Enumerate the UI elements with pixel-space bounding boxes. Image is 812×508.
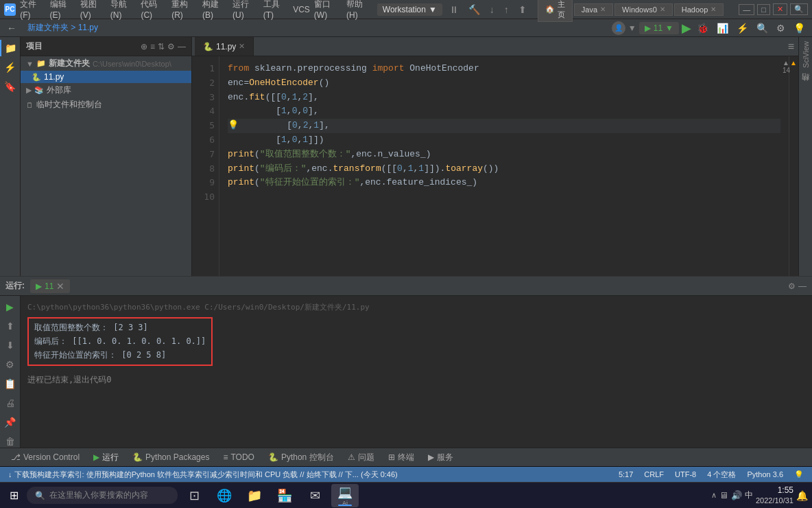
menu-code[interactable]: 代码(C) <box>141 0 167 20</box>
sciview-panel-button[interactable]: SciView <box>800 40 811 69</box>
tab-python-console[interactable]: 🐍 Python 控制台 <box>263 450 339 465</box>
tab-windows0[interactable]: Windows0 ✕ <box>614 3 673 16</box>
tree-item-scratches[interactable]: 🗒 临时文件和控制台 <box>21 97 191 112</box>
pause-icon[interactable]: ⏸ <box>446 3 462 16</box>
menu-view[interactable]: 视图(V) <box>80 0 106 20</box>
run-pin-button[interactable]: 📌 <box>1 414 19 430</box>
tab-version-control[interactable]: ⎇ Version Control <box>5 451 85 463</box>
run-copy-button[interactable]: 📋 <box>1 376 19 392</box>
tray-ime-label[interactable]: 中 <box>745 489 753 501</box>
menu-window[interactable]: 窗口(W) <box>314 0 342 20</box>
tray-network-icon[interactable]: 🖥 <box>719 490 728 500</box>
sidebar-bookmarks-icon[interactable]: 🔖 <box>0 78 20 95</box>
tab-services[interactable]: ▶ 服务 <box>422 450 459 465</box>
run-up-button[interactable]: ⬆ <box>3 318 17 334</box>
breadcrumb-folder[interactable]: 新建文件夹 > 11.py <box>27 23 98 32</box>
tab-problems[interactable]: ⚠ 问题 <box>342 450 380 465</box>
build-icon[interactable]: 🔨 <box>466 3 483 16</box>
close-button[interactable]: ✕ <box>773 3 787 15</box>
search-everywhere-icon[interactable]: 🔍 <box>754 21 771 35</box>
scrollbar[interactable]: ▲ ▲ 14 <box>789 56 798 276</box>
menu-help[interactable]: 帮助(H) <box>346 0 373 20</box>
tree-item-external-libs[interactable]: ▶ 📚 外部库 <box>21 83 191 97</box>
run-button[interactable]: ▶ <box>682 21 691 36</box>
search-button[interactable]: 🔍 <box>790 3 808 15</box>
status-ai-icon[interactable]: 💡 <box>791 470 807 479</box>
tray-expand-icon[interactable]: ∧ <box>711 491 717 500</box>
editor-tabs-menu-icon[interactable]: ≡ <box>784 39 798 54</box>
tab-python-packages[interactable]: 🐍 Python Packages <box>127 451 215 463</box>
bulb-icon[interactable]: 💡 <box>228 120 239 130</box>
menu-vcs[interactable]: VCS <box>293 5 310 14</box>
close-editor-tab[interactable]: ✕ <box>239 42 245 51</box>
taskbar-app-explorer[interactable]: 📁 <box>241 484 268 507</box>
taskbar-app-mail[interactable]: ✉ <box>301 484 329 507</box>
taskbar-clock[interactable]: 1:55 2022/10/31 <box>756 485 793 506</box>
settings-icon[interactable]: ⚙ <box>774 21 788 35</box>
run-settings-icon[interactable]: ⚙ <box>788 281 796 291</box>
panel-locate-icon[interactable]: ⊕ <box>141 42 147 51</box>
panel-collapse-icon[interactable]: ≡ <box>150 42 155 51</box>
minimize-button[interactable]: — <box>739 4 754 15</box>
sidebar-project-icon[interactable]: 📁 <box>0 40 20 56</box>
workstation-selector[interactable]: Workstation ▼ <box>377 3 442 16</box>
run-config-close[interactable]: ✕ <box>56 281 64 292</box>
run-restart-button[interactable]: ▶ <box>3 299 16 315</box>
code-content[interactable]: from sklearn.preprocessing import OneHot… <box>219 56 789 276</box>
tab-home[interactable]: 🏠 主页 <box>538 0 573 22</box>
nav-back-icon[interactable]: ← <box>4 21 19 35</box>
start-button[interactable]: ⊞ <box>4 486 24 505</box>
vcs-update-icon[interactable]: ↓ <box>487 3 497 16</box>
run-with-coverage-button[interactable]: 📊 <box>714 21 731 35</box>
tab-todo[interactable]: ≡ TODO <box>217 451 259 463</box>
tree-item-root[interactable]: ▼ 📁 新建文件夹 C:\Users\win0\Desktop\ <box>21 56 191 71</box>
menu-nav[interactable]: 导航(N) <box>110 0 137 20</box>
close-hadoop-tab[interactable]: ✕ <box>710 5 716 13</box>
menu-run[interactable]: 运行(U) <box>232 0 259 20</box>
tray-volume-icon[interactable]: 🔊 <box>731 490 742 500</box>
tree-item-file[interactable]: 🐍 11.py <box>21 71 191 83</box>
menu-tools[interactable]: 工具(T) <box>263 0 289 20</box>
status-language[interactable]: Python 3.6 <box>744 470 786 478</box>
profile-button[interactable]: ⚡ <box>734 21 751 35</box>
run-config-name[interactable]: ▶ 11 ✕ <box>30 279 70 293</box>
avatar-dropdown[interactable]: ▼ <box>628 23 636 33</box>
taskbar-search[interactable]: 🔍 在这里输入你要搜索的内容 <box>27 487 178 504</box>
panel-sort-icon[interactable]: ⇅ <box>158 42 165 51</box>
maximize-button[interactable]: □ <box>757 4 770 15</box>
tab-run[interactable]: ▶ 运行 <box>88 450 124 465</box>
panel-hide-icon[interactable]: — <box>178 42 186 51</box>
taskbar-app-pycharm[interactable]: 💻 Ai <box>331 484 359 507</box>
run-clear-button[interactable]: 🗑 <box>3 433 18 448</box>
user-avatar[interactable]: 👤 <box>612 21 625 35</box>
menu-build[interactable]: 构建(B) <box>202 0 228 20</box>
menu-refactor[interactable]: 重构(R) <box>171 0 198 20</box>
close-java-tab[interactable]: ✕ <box>600 5 606 13</box>
menu-edit[interactable]: 编辑(E) <box>50 0 76 20</box>
notification-icon[interactable]: 🔔 <box>796 490 808 501</box>
status-encoding[interactable]: UTF-8 <box>672 470 699 478</box>
structure-panel-button[interactable]: 结构 <box>799 86 812 89</box>
run-config-selector[interactable]: ▶ 11 ▼ <box>639 22 679 34</box>
taskbar-app-store[interactable]: 🏪 <box>271 484 298 507</box>
run-settings-button2[interactable]: ⚙ <box>3 356 17 373</box>
tab-hadoop[interactable]: Hadoop ✕ <box>674 3 724 16</box>
status-crlf[interactable]: CRLF <box>641 470 667 478</box>
taskbar-app-task-view[interactable]: ⊡ <box>180 484 208 507</box>
tab-terminal[interactable]: ⊞ 终端 <box>383 450 420 465</box>
editor-tab-11py[interactable]: 🐍 11.py ✕ <box>195 37 254 56</box>
menu-file[interactable]: 文件(F) <box>20 0 45 20</box>
panel-settings-icon[interactable]: ⚙ <box>167 42 175 51</box>
status-line-col[interactable]: 5:17 <box>616 470 636 478</box>
status-message[interactable]: ↓ 下载预构建共享索引: 使用预构建的Python 软件包共享索引减少索引时间和… <box>5 470 610 480</box>
run-minimize-icon[interactable]: — <box>798 281 807 291</box>
sidebar-structure-icon[interactable]: ⚡ <box>0 59 20 76</box>
vcs-push-icon[interactable]: ⬆ <box>516 3 529 16</box>
run-print-button[interactable]: 🖨 <box>3 395 18 411</box>
help-icon[interactable]: 💡 <box>791 21 808 35</box>
vcs-commit-icon[interactable]: ↑ <box>501 3 512 16</box>
tab-java[interactable]: Java ✕ <box>574 3 613 16</box>
status-indent[interactable]: 4 个空格 <box>704 470 739 480</box>
close-windows0-tab[interactable]: ✕ <box>660 5 665 13</box>
debug-button[interactable]: 🐞 <box>694 21 711 35</box>
